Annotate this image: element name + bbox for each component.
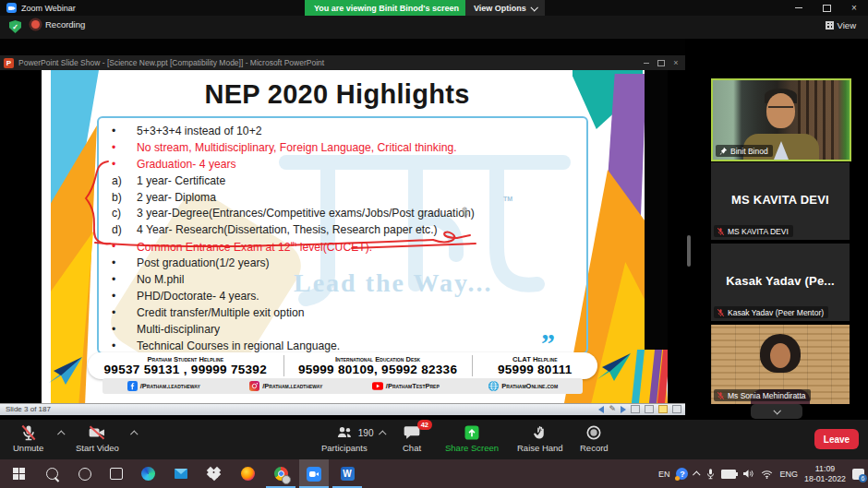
taskbar-clock[interactable]: 11:09 18-01-2022 xyxy=(804,464,846,483)
chat-icon-wrap: 42 xyxy=(403,423,421,442)
grid-view-icon xyxy=(826,21,834,30)
participant-tile-sonia-mehindiratta[interactable]: Ms Sonia Mehindiratta xyxy=(711,325,850,404)
close-button[interactable]: × xyxy=(840,0,868,16)
participant-display-name: MS KAVITA DEVI xyxy=(711,193,850,207)
windows-logo-icon xyxy=(13,468,25,480)
pen-tools-button[interactable]: ✎ xyxy=(609,405,616,413)
taskbar-dropbox[interactable] xyxy=(199,459,229,488)
taskbar-zoom-active[interactable] xyxy=(299,459,329,488)
help-tray-icon[interactable]: ? xyxy=(676,468,688,480)
record-button[interactable]: Record xyxy=(580,423,609,453)
chevron-down-icon xyxy=(773,407,780,414)
participants-options-chevron[interactable] xyxy=(379,430,386,437)
slide-counter: Slide 3 of 187 xyxy=(6,405,51,413)
search-button[interactable] xyxy=(37,459,66,488)
social-handle: /Pratham.leadtheway xyxy=(262,382,322,390)
leave-label: Leave xyxy=(824,434,850,445)
cortana-button[interactable] xyxy=(70,459,100,488)
ppt-restore-button[interactable] xyxy=(654,55,669,70)
video-options-chevron[interactable] xyxy=(130,430,138,437)
chat-button[interactable]: 42 Chat xyxy=(403,423,421,453)
youtube-icon xyxy=(372,382,383,390)
bullet-marker: c) xyxy=(112,207,137,220)
screen-share-banner-text: You are viewing Binit Binod's screen xyxy=(314,4,459,13)
reading-view-button[interactable] xyxy=(672,405,681,413)
participants-label: Participants xyxy=(321,443,368,453)
raise-hand-button[interactable]: Raise Hand xyxy=(517,423,563,453)
input-language-short[interactable]: EN xyxy=(658,470,670,479)
bullet-text-part: Common Entrance Exam at 12 xyxy=(137,241,291,254)
muted-mic-icon xyxy=(717,391,725,400)
taskbar-firefox[interactable] xyxy=(233,459,262,488)
participants-count: 190 xyxy=(358,428,374,438)
input-language[interactable]: ENG xyxy=(779,470,798,479)
powerpoint-title-bar: P PowerPoint Slide Show - [Science New.p… xyxy=(0,55,685,70)
next-slide-button[interactable] xyxy=(621,406,626,413)
leave-button[interactable]: Leave xyxy=(814,429,859,449)
social-item: /PrathamTestPrep xyxy=(372,382,440,390)
gallery-view-button[interactable]: View xyxy=(821,18,861,32)
collapse-panel-button[interactable] xyxy=(751,404,802,419)
slide-canvas: TM Lead the Way... NEP 2020 Highlights •… xyxy=(0,70,685,403)
bullet-text: No stream, Multidisciplinary, Foreign La… xyxy=(137,141,457,154)
slide-bullet: •No stream, Multidisciplinary, Foreign L… xyxy=(112,139,586,156)
taskbar-edge[interactable] xyxy=(133,459,163,488)
start-video-button[interactable]: Start Video xyxy=(76,423,119,453)
unmute-button[interactable]: Unmute xyxy=(13,423,43,453)
slide-bullet: a)1 year- Certificate xyxy=(112,173,586,189)
bullet-marker: d) xyxy=(112,223,137,236)
powerpoint-status-bar: Slide 3 of 187 ✎ xyxy=(0,403,685,415)
battery-icon[interactable] xyxy=(721,470,736,479)
wifi-icon[interactable] xyxy=(761,470,773,479)
participant-tile-kavita-devi[interactable]: MS KAVITA DEVI MS KAVITA DEVI xyxy=(711,162,850,240)
tray-mic-icon[interactable] xyxy=(706,468,715,480)
bullet-text: 3 year-Degree(Entrances/Competitive exam… xyxy=(137,207,475,220)
ppt-close-button[interactable]: × xyxy=(669,55,683,70)
taskbar-chrome[interactable] xyxy=(266,459,295,488)
tray-overflow-chevron[interactable] xyxy=(693,470,701,478)
powerpoint-app-icon: P xyxy=(4,58,14,68)
share-screen-button[interactable]: Share Screen xyxy=(445,423,499,453)
chevron-down-icon xyxy=(530,4,537,11)
taskbar-word[interactable]: W xyxy=(332,459,362,488)
participant-tile-binit-binod[interactable]: Binit Binod xyxy=(711,78,851,161)
slide-bullet: •5+3+3+4 instead of 10+2 xyxy=(112,123,586,139)
windows-taskbar: W EN ? ENG 11:09 18-01-2022 6 xyxy=(0,459,868,488)
muted-mic-icon xyxy=(717,308,725,317)
raise-hand-label: Raise Hand xyxy=(517,443,563,453)
participant-tile-kasak-yadav[interactable]: Kasak Yadav (Pe... Kasak Yadav (Peer Men… xyxy=(711,244,850,321)
zoom-webinar-window: Zoom Webinar You are viewing Binit Binod… xyxy=(0,0,868,488)
social-links-strip: /Pratham.leadtheway /Pratham.leadtheway … xyxy=(102,378,583,394)
window-controls: × xyxy=(785,0,868,16)
minimize-button[interactable] xyxy=(785,0,813,16)
view-options-button[interactable]: View Options xyxy=(465,0,545,16)
bullet-marker: • xyxy=(112,141,137,154)
speaker-icon[interactable] xyxy=(742,469,754,479)
ppt-minimize-button[interactable] xyxy=(639,55,654,70)
bullet-text-part: level(CUCET). xyxy=(296,241,372,254)
slide-bullet: •Multi-disciplinary xyxy=(112,321,586,338)
participants-icon xyxy=(334,423,355,442)
notification-center-icon[interactable]: 6 xyxy=(852,469,864,480)
panel-scrollbar[interactable] xyxy=(687,235,691,267)
start-button[interactable] xyxy=(4,459,33,488)
participants-button[interactable]: 190 Participants xyxy=(321,423,368,453)
app-identity: Zoom Webinar xyxy=(6,3,76,13)
camera-off-icon xyxy=(87,423,107,442)
video-person-face xyxy=(770,343,790,368)
participant-display-name: Kasak Yadav (Pe... xyxy=(711,274,850,288)
bullet-marker: • xyxy=(112,125,137,137)
bullet-text: PHD/Doctorate- 4 years. xyxy=(137,290,259,303)
encryption-shield-icon[interactable]: ✓ xyxy=(9,20,21,33)
helpline: CLAT Helpline 95999 80111 xyxy=(472,355,597,376)
task-view-button[interactable] xyxy=(102,459,131,488)
normal-view-button[interactable] xyxy=(631,405,640,413)
view-label: View xyxy=(838,20,856,30)
taskbar-mail[interactable] xyxy=(166,459,196,488)
audio-options-chevron[interactable] xyxy=(57,430,65,437)
slide-sorter-view-button[interactable] xyxy=(645,405,654,413)
slideshow-view-button[interactable] xyxy=(658,405,668,413)
restore-button[interactable] xyxy=(813,0,840,16)
previous-slide-button[interactable] xyxy=(598,406,604,413)
microphone-muted-icon xyxy=(19,423,38,442)
